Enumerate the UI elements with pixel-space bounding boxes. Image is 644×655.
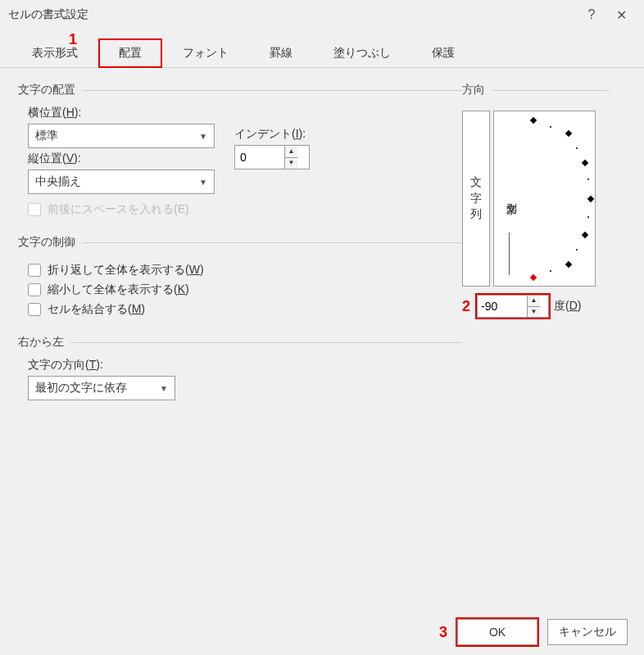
legend-orientation: 方向 bbox=[462, 83, 492, 97]
window-title: セルの書式設定 bbox=[8, 7, 577, 22]
label-shrink: 縮小して全体を表示する(K) bbox=[48, 282, 189, 297]
tab-font[interactable]: フォント bbox=[162, 38, 249, 68]
group-alignment: 文字の配置 横位置(H): 標準 ▼ 縦位置(V): bbox=[18, 83, 462, 222]
legend-alignment: 文字の配置 bbox=[18, 83, 82, 97]
dot-icon bbox=[550, 270, 551, 272]
diamond-icon bbox=[565, 130, 572, 137]
chevron-down-icon: ▼ bbox=[199, 132, 207, 141]
label-text-direction: 文字の方向(T): bbox=[28, 358, 462, 373]
diamond-icon bbox=[587, 196, 594, 202]
degree-field[interactable] bbox=[478, 296, 527, 317]
label-indent: インデント(I): bbox=[234, 127, 310, 142]
annotation-2: 2 bbox=[462, 298, 470, 315]
legend-rtl: 右から左 bbox=[18, 335, 70, 350]
checkbox-shrink[interactable] bbox=[28, 283, 41, 296]
indent-field[interactable] bbox=[235, 146, 284, 169]
diamond-icon bbox=[565, 261, 572, 268]
annotation-3: 3 bbox=[439, 624, 447, 641]
diamond-selected-icon bbox=[530, 274, 537, 281]
dot-icon bbox=[576, 147, 578, 149]
checkbox-wrap[interactable] bbox=[28, 264, 41, 277]
tab-display-format[interactable]: 表示形式 bbox=[11, 38, 98, 68]
label-horizontal: 横位置(H): bbox=[28, 106, 215, 120]
dot-icon bbox=[587, 178, 589, 180]
label-space: 前後にスペースを入れる(E) bbox=[48, 202, 189, 217]
label-wrap: 折り返して全体を表示する(W) bbox=[48, 263, 204, 278]
titlebar: セルの書式設定 ? ✕ bbox=[0, 0, 644, 29]
spin-down-icon[interactable]: ▼ bbox=[285, 158, 297, 169]
chevron-down-icon: ▼ bbox=[160, 384, 168, 393]
dot-icon bbox=[550, 126, 551, 128]
tab-bar: 表示形式 配置 フォント 罫線 塗りつぶし 保護 bbox=[0, 38, 644, 68]
diamond-icon bbox=[582, 232, 588, 238]
group-text-control: 文字の制御 折り返して全体を表示する(W) 縮小して全体を表示する(K) セルを… bbox=[18, 235, 462, 322]
spin-down-icon[interactable]: ▼ bbox=[528, 307, 540, 318]
tab-alignment[interactable]: 配置 bbox=[98, 38, 162, 68]
select-horizontal[interactable]: 標準 ▼ bbox=[28, 124, 215, 148]
group-rtl: 右から左 文字の方向(T): 最初の文字に依存 ▼ bbox=[18, 335, 462, 404]
dial-line bbox=[509, 233, 510, 275]
dot-icon bbox=[587, 216, 589, 218]
group-orientation: 方向 文 字 列 bbox=[462, 83, 610, 318]
spin-up-icon[interactable]: ▲ bbox=[285, 146, 297, 158]
degree-spinner[interactable]: ▲ ▼ bbox=[527, 296, 540, 317]
close-button[interactable]: ✕ bbox=[606, 7, 636, 23]
chevron-down-icon: ▼ bbox=[199, 178, 207, 187]
input-indent[interactable]: ▲ ▼ bbox=[234, 145, 310, 169]
ok-button[interactable]: OK bbox=[457, 619, 537, 645]
diamond-icon bbox=[582, 160, 588, 166]
cancel-button[interactable]: キャンセル bbox=[547, 619, 628, 645]
legend-text-control: 文字の制御 bbox=[18, 235, 82, 250]
help-button[interactable]: ? bbox=[577, 7, 606, 22]
label-vertical: 縦位置(V): bbox=[28, 151, 215, 166]
spin-up-icon[interactable]: ▲ bbox=[528, 296, 540, 307]
checkbox-merge[interactable] bbox=[28, 303, 41, 316]
checkbox-space bbox=[28, 203, 41, 216]
label-degrees: 度(D) bbox=[554, 299, 581, 314]
tab-fill[interactable]: 塗りつぶし bbox=[313, 38, 411, 68]
orientation-dial[interactable]: 文字列 bbox=[493, 111, 596, 287]
select-vertical[interactable]: 中央揃え ▼ bbox=[28, 169, 215, 194]
tab-border[interactable]: 罫線 bbox=[249, 38, 313, 68]
label-merge: セルを結合する(M) bbox=[48, 302, 145, 317]
input-degrees[interactable]: ▲ ▼ bbox=[477, 295, 549, 318]
orientation-vertical-button[interactable]: 文 字 列 bbox=[462, 111, 490, 287]
tab-protection[interactable]: 保護 bbox=[411, 38, 475, 68]
dot-icon bbox=[576, 249, 578, 251]
select-text-direction[interactable]: 最初の文字に依存 ▼ bbox=[28, 376, 175, 400]
diamond-icon bbox=[530, 117, 537, 124]
indent-spinner[interactable]: ▲ ▼ bbox=[284, 146, 297, 169]
